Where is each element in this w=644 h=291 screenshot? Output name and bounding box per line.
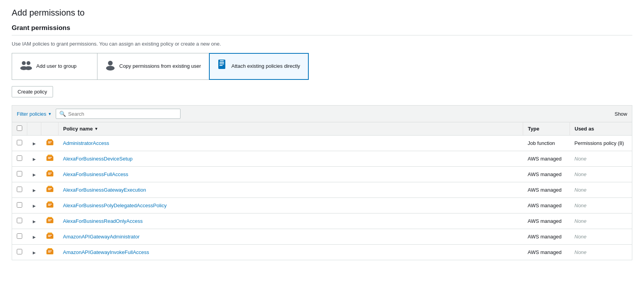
row-type-cell: AWS managed <box>523 167 570 182</box>
row-expand-button[interactable]: ▶ <box>32 141 37 146</box>
table-row: ▶ AmazonAPIGatewayInvokeFullAccess AWS m… <box>12 245 632 260</box>
row-expand-cell: ▶ <box>27 167 41 182</box>
user-icon <box>105 60 115 73</box>
section-title: Grant permissions <box>12 24 632 32</box>
policy-icon <box>46 232 54 240</box>
policy-icon <box>46 170 54 178</box>
row-expand-button[interactable]: ▶ <box>32 234 37 240</box>
row-used-as-cell: None <box>570 151 632 167</box>
search-input[interactable] <box>68 111 177 117</box>
row-policy-name-cell: AlexaForBusinessReadOnlyAccess <box>58 213 523 229</box>
row-type-cell: AWS managed <box>523 198 570 213</box>
row-checkbox[interactable] <box>17 233 22 239</box>
row-used-as-cell: None <box>570 182 632 198</box>
row-icon-cell <box>41 151 58 167</box>
select-all-checkbox[interactable] <box>17 125 22 131</box>
row-expand-cell: ▶ <box>27 151 41 167</box>
row-checkbox-cell <box>12 229 27 245</box>
row-checkbox[interactable] <box>17 218 22 223</box>
document-icon <box>218 59 228 74</box>
svg-rect-9 <box>219 65 223 66</box>
row-policy-name-cell: AdministratorAccess <box>58 136 523 151</box>
copy-permissions-option[interactable]: Copy permissions from existing user <box>97 53 209 80</box>
permission-options: Add user to group Copy permissions from … <box>12 53 632 80</box>
row-checkbox[interactable] <box>17 171 22 176</box>
row-expand-cell: ▶ <box>27 213 41 229</box>
svg-rect-28 <box>48 174 51 175</box>
row-checkbox[interactable] <box>17 155 22 161</box>
svg-rect-15 <box>48 141 52 142</box>
used-as-none: None <box>575 156 587 162</box>
svg-rect-39 <box>48 204 52 205</box>
filter-policies-button[interactable]: Filter policies ▼ <box>17 111 52 117</box>
chevron-down-icon: ▼ <box>48 112 52 116</box>
svg-point-3 <box>25 66 32 70</box>
col-header-icon <box>41 122 58 136</box>
row-expand-cell: ▶ <box>27 245 41 260</box>
row-expand-button[interactable]: ▶ <box>32 187 37 193</box>
policy-name-link[interactable]: AdministratorAccess <box>63 140 109 146</box>
table-row: ▶ AlexaForBusinessFullAccess AWS managed… <box>12 167 632 182</box>
policy-name-link[interactable]: AlexaForBusinessFullAccess <box>63 171 129 177</box>
svg-rect-10 <box>220 60 224 61</box>
add-to-group-label: Add user to group <box>36 63 76 70</box>
svg-point-5 <box>106 66 115 71</box>
row-checkbox[interactable] <box>17 249 22 254</box>
svg-rect-52 <box>48 236 51 237</box>
row-used-as-cell: None <box>570 213 632 229</box>
row-checkbox-cell <box>12 182 27 198</box>
attach-policies-label: Attach existing policies directly <box>232 63 300 70</box>
row-expand-button[interactable]: ▶ <box>32 203 37 209</box>
row-checkbox-cell <box>12 198 27 213</box>
row-expand-button[interactable]: ▶ <box>32 219 37 224</box>
svg-rect-8 <box>219 63 224 64</box>
row-expand-button[interactable]: ▶ <box>32 172 37 178</box>
row-checkbox[interactable] <box>17 187 22 192</box>
policy-name-link[interactable]: AlexaForBusinessDeviceSetup <box>63 156 133 162</box>
row-policy-name-cell: AlexaForBusinessGatewayExecution <box>58 182 523 198</box>
used-as-none: None <box>575 234 587 240</box>
used-as-none: None <box>575 249 587 255</box>
search-icon: 🔍 <box>59 111 66 117</box>
row-checkbox-cell <box>12 245 27 260</box>
row-icon-cell <box>41 182 58 198</box>
policy-name-link[interactable]: AlexaForBusinessGatewayExecution <box>63 187 146 193</box>
group-icon <box>20 60 32 73</box>
row-checkbox[interactable] <box>17 140 22 145</box>
row-expand-cell: ▶ <box>27 182 41 198</box>
policy-icon <box>46 201 54 209</box>
table-row: ▶ AlexaForBusinessReadOnlyAccess AWS man… <box>12 213 632 229</box>
policy-name-link[interactable]: AmazonAPIGatewayInvokeFullAccess <box>63 249 149 255</box>
used-as-none: None <box>575 187 587 193</box>
row-policy-name-cell: AmazonAPIGatewayInvokeFullAccess <box>58 245 523 260</box>
row-type-cell: AWS managed <box>523 245 570 260</box>
used-as-none: None <box>575 171 587 177</box>
row-checkbox-cell <box>12 136 27 151</box>
row-policy-name-cell: AmazonAPIGatewayAdministrator <box>58 229 523 245</box>
policies-table: Policy name ▼ Type Used as ▶ <box>12 122 632 260</box>
sort-icon: ▼ <box>94 127 98 131</box>
policy-name-link[interactable]: AlexaForBusinessPolyDelegatedAccessPolic… <box>63 203 167 208</box>
table-header-row: Policy name ▼ Type Used as <box>12 122 632 136</box>
row-icon-cell <box>41 245 58 260</box>
policy-name-link[interactable]: AlexaForBusinessReadOnlyAccess <box>63 218 143 224</box>
policy-name-link[interactable]: AmazonAPIGatewayAdministrator <box>63 234 140 240</box>
policy-icon <box>46 185 54 193</box>
add-to-group-option[interactable]: Add user to group <box>12 53 97 80</box>
svg-rect-16 <box>48 143 51 143</box>
row-policy-name-cell: AlexaForBusinessDeviceSetup <box>58 151 523 167</box>
create-policy-button[interactable]: Create policy <box>12 86 53 97</box>
col-header-policy-name[interactable]: Policy name ▼ <box>58 122 523 136</box>
row-expand-cell: ▶ <box>27 229 41 245</box>
row-type-cell: AWS managed <box>523 229 570 245</box>
row-checkbox-cell <box>12 167 27 182</box>
svg-rect-46 <box>48 220 51 221</box>
row-checkbox[interactable] <box>17 202 22 208</box>
search-box: 🔍 <box>56 109 180 119</box>
copy-permissions-label: Copy permissions from existing user <box>119 63 201 70</box>
attach-policies-option[interactable]: Attach existing policies directly <box>209 53 309 80</box>
row-expand-button[interactable]: ▶ <box>32 250 37 256</box>
policy-icon <box>46 248 54 256</box>
table-row: ▶ AlexaForBusinessPolyDelegatedAccessPol… <box>12 198 632 213</box>
row-expand-button[interactable]: ▶ <box>32 156 37 162</box>
